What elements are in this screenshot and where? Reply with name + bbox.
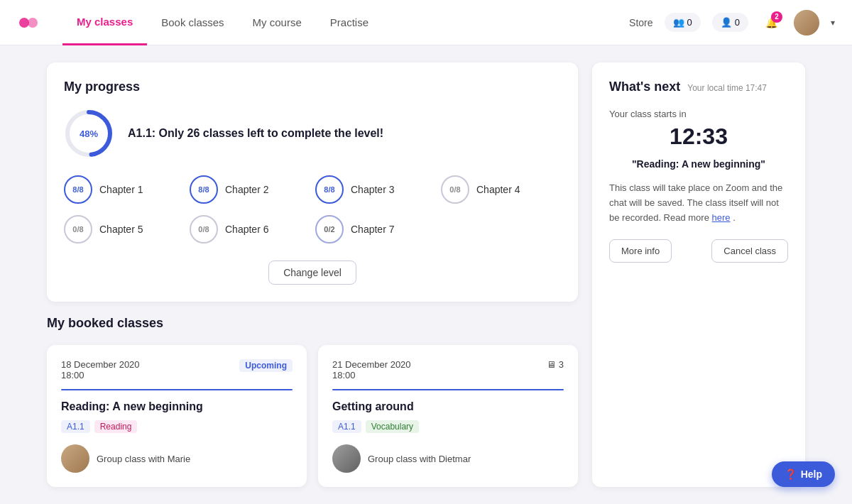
- user-icon: 👤: [721, 17, 732, 28]
- user-count: 0: [735, 17, 740, 28]
- booked-instructor: Group class with Marie: [61, 444, 293, 473]
- class-desc-link[interactable]: here: [712, 212, 731, 223]
- count-value: 3: [559, 359, 564, 370]
- group-users-button[interactable]: 👥 0: [665, 13, 701, 32]
- my-progress-card: My progress 48% A1.1: Only 26 classes le…: [47, 62, 578, 302]
- chapter-badge: 0/2: [315, 215, 344, 243]
- booked-time: 18:00: [61, 370, 140, 380]
- class-desc-end: .: [733, 212, 736, 223]
- whats-next-title: What's next: [609, 80, 680, 94]
- nav-my-course[interactable]: My course: [239, 0, 316, 45]
- help-button[interactable]: ❓ Help: [772, 461, 835, 487]
- booked-divider: [61, 389, 293, 390]
- progress-circle: 48%: [64, 109, 114, 158]
- booked-date-time: 18 December 2020 18:00: [61, 359, 140, 380]
- chapter-badge: 8/8: [315, 175, 344, 204]
- user-profile-button[interactable]: 👤 0: [712, 13, 748, 32]
- chevron-down-icon[interactable]: ▾: [831, 18, 835, 28]
- booked-date-time: 21 December 2020 18:00: [332, 359, 411, 380]
- chapters-grid: 8/8 Chapter 1 8/8 Chapter 2 8/8 Chapter …: [64, 175, 561, 243]
- help-label: Help: [801, 469, 822, 480]
- booked-time: 18:00: [332, 370, 411, 380]
- app-logo: [17, 11, 40, 34]
- booked-instructor: Group class with Dietmar: [332, 444, 564, 473]
- booked-date: 18 December 2020: [61, 359, 140, 370]
- chapter-item[interactable]: 0/8 Chapter 6: [190, 215, 310, 243]
- booked-class-card[interactable]: 21 December 2020 18:00 🖥 3 Getting aroun…: [318, 345, 578, 487]
- chapter-item[interactable]: 0/8 Chapter 4: [441, 175, 561, 204]
- booked-class-title: Getting around: [332, 400, 564, 413]
- nav-practise[interactable]: Practise: [316, 0, 383, 45]
- whats-next-card: What's next Your local time 17:47 Your c…: [592, 62, 805, 487]
- booked-card-header: 18 December 2020 18:00 Upcoming: [61, 359, 293, 380]
- class-starts-label: Your class starts in: [609, 109, 788, 119]
- booked-tags: A1.1 Reading: [61, 420, 293, 433]
- booked-class-card[interactable]: 18 December 2020 18:00 Upcoming Reading:…: [47, 345, 307, 487]
- notifications-button[interactable]: 🔔 2: [760, 11, 782, 34]
- class-desc-text: This class will take place on Zoom and t…: [609, 182, 782, 223]
- chapter-name: Chapter 2: [225, 184, 268, 195]
- chapter-badge: 0/8: [441, 175, 469, 204]
- chapter-name: Chapter 6: [225, 224, 268, 235]
- nav-book-classes[interactable]: Book classes: [147, 0, 238, 45]
- progress-title: My progress: [64, 80, 561, 94]
- chapter-item[interactable]: 8/8 Chapter 3: [315, 175, 435, 204]
- help-icon: ❓: [785, 469, 797, 480]
- chapter-badge: 0/8: [64, 215, 92, 243]
- more-info-button[interactable]: More info: [609, 239, 672, 263]
- user-avatar-image: [794, 10, 819, 35]
- chapter-name: Chapter 3: [351, 184, 394, 195]
- chapter-item[interactable]: 8/8 Chapter 2: [190, 175, 310, 204]
- local-time: Your local time 17:47: [687, 83, 767, 93]
- tag-type: Vocabulary: [366, 420, 419, 433]
- booked-divider: [332, 389, 564, 390]
- main-content: My progress 48% A1.1: Only 26 classes le…: [36, 62, 816, 487]
- booked-card-header: 21 December 2020 18:00 🖥 3: [332, 359, 564, 380]
- nav-links: My classes Book classes My course Practi…: [62, 0, 383, 45]
- class-description: This class will take place on Zoom and t…: [609, 181, 788, 225]
- chapter-badge: 8/8: [190, 175, 218, 204]
- booked-count: 🖥 3: [547, 359, 564, 370]
- chapter-name: Chapter 7: [351, 224, 394, 235]
- progress-percent: 48%: [80, 128, 98, 139]
- logo[interactable]: [17, 11, 40, 34]
- nav-my-classes[interactable]: My classes: [62, 0, 147, 45]
- cancel-class-button[interactable]: Cancel class: [711, 239, 788, 263]
- group-count: 0: [687, 17, 692, 28]
- whats-next-header: What's next Your local time 17:47: [609, 80, 788, 94]
- notif-badge: 2: [771, 11, 782, 23]
- store-link[interactable]: Store: [629, 17, 652, 28]
- svg-point-1: [28, 18, 38, 28]
- booked-tags: A1.1 Vocabulary: [332, 420, 564, 433]
- booked-section: My booked classes 18 December 2020 18:00…: [47, 316, 578, 487]
- chapter-item[interactable]: 0/8 Chapter 5: [64, 215, 184, 243]
- chapter-name: Chapter 5: [99, 224, 143, 235]
- instructor-name: Group class with Dietmar: [368, 454, 471, 464]
- change-level-button[interactable]: Change level: [268, 261, 356, 285]
- tag-level: A1.1: [61, 420, 90, 433]
- chapter-name: Chapter 1: [99, 184, 143, 195]
- class-countdown: 12:33: [609, 124, 788, 150]
- chapter-badge: 8/8: [64, 175, 92, 204]
- booked-date: 21 December 2020: [332, 359, 411, 370]
- change-level-row: Change level: [64, 261, 561, 285]
- progress-row: 48% A1.1: Only 26 classes left to comple…: [64, 109, 561, 158]
- avatar[interactable]: [794, 10, 819, 35]
- booked-status-badge: Upcoming: [239, 359, 293, 372]
- class-actions: More info Cancel class: [609, 239, 788, 263]
- chapter-item[interactable]: 8/8 Chapter 1: [64, 175, 184, 204]
- navigation: My classes Book classes My course Practi…: [0, 0, 852, 45]
- people-icon: 🖥: [547, 359, 556, 370]
- instructor-name: Group class with Marie: [97, 454, 190, 464]
- left-column: My progress 48% A1.1: Only 26 classes le…: [47, 62, 578, 487]
- progress-message: A1.1: Only 26 classes left to complete t…: [128, 127, 383, 140]
- chapter-item[interactable]: 0/2 Chapter 7: [315, 215, 435, 243]
- chapter-badge: 0/8: [190, 215, 218, 243]
- svg-point-0: [19, 18, 29, 28]
- class-name: "Reading: A new beginning": [609, 158, 788, 170]
- booked-title: My booked classes: [47, 316, 578, 331]
- tag-level: A1.1: [332, 420, 361, 433]
- nav-right: Store 👥 0 👤 0 🔔 2 ▾: [629, 10, 835, 35]
- instructor-avatar: [332, 444, 361, 473]
- booked-grid: 18 December 2020 18:00 Upcoming Reading:…: [47, 345, 578, 487]
